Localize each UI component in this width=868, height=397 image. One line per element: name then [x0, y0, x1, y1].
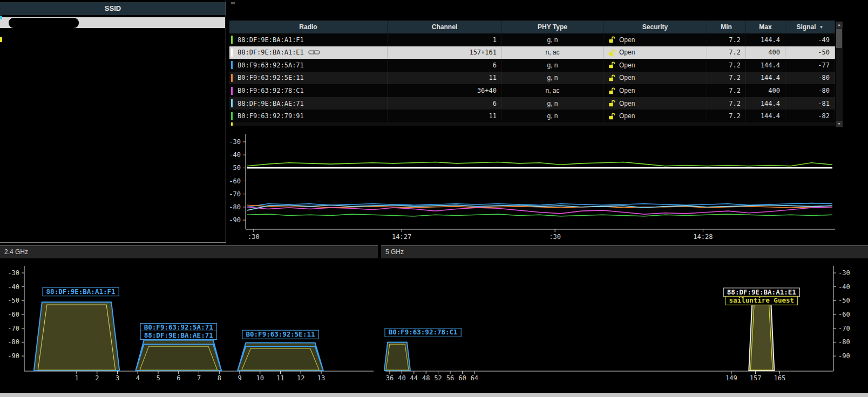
axis-label: 13: [317, 374, 325, 382]
column-header-phy-type[interactable]: PHY Type: [502, 20, 603, 33]
chart-primitive: [609, 103, 613, 106]
table-scrollbar[interactable]: ▲ ▼: [836, 22, 843, 127]
network-label-B0-F9-63-92-5E-11[interactable]: B0:F9:63:92:5E:11: [242, 330, 318, 339]
axis-label: 2: [95, 374, 99, 382]
column-label: Max: [759, 23, 771, 31]
axis-label: :30: [248, 233, 260, 241]
axis-label: 14:28: [693, 233, 713, 241]
cell-phy-type: n, ac: [502, 46, 603, 59]
cell-security: Open: [603, 72, 707, 85]
signal-time-chart[interactable]: -30-40-50-60-70-80-90:3014:27:3014:28: [229, 129, 839, 245]
series-B0-F9-63-92-79-91[interactable]: [247, 214, 832, 216]
series-B0-F9-63-92-78-C1[interactable]: [247, 207, 832, 214]
column-header-channel[interactable]: Channel: [388, 20, 502, 33]
axis-label: -50: [838, 297, 850, 304]
axis-label: 36: [386, 374, 394, 382]
series-88-DF-9E-BA-A1-F1[interactable]: [247, 162, 832, 166]
network-label-sailuntire-Guest[interactable]: sailuntire Guest: [725, 296, 798, 305]
chart-primitive: [612, 50, 615, 52]
network-shape-88-DF-9E-BA-AE-71[interactable]: [135, 344, 221, 371]
cell-phy-type-value: g, n: [547, 36, 558, 44]
cell-min: 7.2: [707, 33, 746, 46]
network-label-88-DF-9E-BA-A1-F1[interactable]: 88:DF:9E:BA:A1:F1: [43, 288, 119, 296]
column-header-security[interactable]: Security: [603, 20, 707, 33]
axis-label: -70: [838, 325, 850, 332]
cell-phy-type: g, n: [502, 97, 603, 110]
chart-primitive: [609, 91, 613, 94]
cell-phy-type: g, n: [502, 109, 603, 122]
cell-max-value: 144.4: [761, 100, 780, 107]
network-color-indicator: [231, 74, 233, 82]
cell-channel-value: 1: [493, 36, 497, 44]
spectrum-5ghz[interactable]: -30-40-50-60-70-80-903640444852566064149…: [381, 258, 868, 393]
chart-primitive: [609, 116, 613, 119]
network-color-indicator: [231, 87, 233, 95]
scroll-down-button[interactable]: ▼: [836, 121, 843, 127]
chart-primitive: [612, 75, 615, 78]
column-label: Min: [721, 23, 732, 31]
chart-primitive: [16, 23, 67, 37]
table-row[interactable]: B0:F9:63:92:5E:1111g, nOpen7.2144.4-80: [229, 72, 835, 85]
cell-phy-type-value: n, ac: [545, 87, 559, 94]
axis-label: -80: [838, 338, 850, 346]
column-header-max[interactable]: Max: [746, 20, 785, 33]
network-label-88-DF-9E-BA-A1-E1[interactable]: 88:DF:9E:BA:A1:E1: [723, 288, 799, 297]
radio-mac: 88:DF:9E:BA:A1:F1: [238, 36, 304, 44]
chart-primitive: [612, 100, 615, 103]
cell-max-value: 400: [768, 49, 780, 56]
network-color-indicator: [231, 112, 233, 120]
lock-open-icon: [608, 36, 616, 43]
axis-label: -30: [229, 138, 241, 146]
axis-label: 5: [156, 374, 160, 382]
network-label-B0-F9-63-92-78-C1[interactable]: B0:F9:63:92:78:C1: [385, 328, 461, 337]
spectrum-panel-5ghz: 5 GHz -30-40-50-60-70-80-903640444852566…: [381, 245, 868, 393]
cell-phy-type-value: n, ac: [545, 49, 559, 56]
column-label: Signal: [797, 23, 816, 31]
chart-primitive: [609, 65, 613, 68]
table-row[interactable]: 88:DF:9E:BA:AE:716g, nOpen7.2144.4-81: [229, 97, 835, 110]
table-row[interactable]: 88:DF:9E:BA:A1:F11g, nOpen7.2144.4-49: [229, 33, 835, 46]
table-row[interactable]: B0:F9:63:92:5A:716g, nOpen7.2144.4-77: [229, 59, 835, 72]
axis-label: -30: [8, 269, 19, 277]
chart-primitive: [612, 88, 615, 91]
lock-open-icon: [608, 113, 616, 120]
axis-label: 149: [725, 374, 737, 382]
scroll-up-button[interactable]: ▲: [836, 22, 843, 28]
table-row-partial[interactable]: [229, 122, 835, 126]
lock-open-icon: [608, 61, 616, 69]
cell-max-value: 400: [768, 87, 780, 94]
chart-primitive: [609, 78, 613, 81]
axis-label: -30: [838, 269, 850, 277]
lock-open-icon: [608, 87, 616, 94]
cell-max-value: 144.4: [761, 74, 780, 81]
cell-min-value: 7.2: [729, 112, 741, 120]
column-header-signal[interactable]: Signal▼: [785, 20, 835, 33]
network-shape-B0-F9-63-92-79-91[interactable]: [238, 346, 323, 371]
radio-mac: B0:F9:63:92:5E:11: [238, 74, 304, 81]
column-header-radio[interactable]: Radio: [229, 20, 388, 33]
axis-label: -80: [229, 203, 241, 211]
cell-min-value: 7.2: [729, 100, 741, 107]
network-label-88-DF-9E-BA-AE-71[interactable]: 88:DF:9E:BA:AE:71: [140, 331, 216, 340]
table-row[interactable]: 88:DF:9E:BA:A1:E1157+161n, acOpen7.2400-…: [229, 46, 835, 59]
cell-channel-value: 157+161: [469, 49, 497, 56]
chart-primitive: [612, 37, 615, 40]
axis-label: 60: [458, 374, 466, 382]
axis-label: 10: [256, 374, 264, 382]
cell-signal: -81: [785, 97, 835, 110]
cell-phy-type-value: g, n: [547, 100, 558, 107]
link-icon: [308, 50, 320, 55]
axis-label: 64: [471, 374, 478, 382]
table-row[interactable]: B0:F9:63:92:78:C136+40n, acOpen7.2400-80: [229, 84, 835, 97]
spectrum-panel-2-4ghz: 2.4 GHz -30-40-50-60-70-80-9012345678910…: [0, 245, 378, 393]
axis-label: 88:DF:9E:BA:A1:F1: [46, 288, 116, 296]
table-row[interactable]: B0:F9:63:92:79:9111g, nOpen7.2144.4-82: [229, 109, 835, 122]
spectrum-2-4ghz[interactable]: -30-40-50-60-70-80-901234567891011121388…: [0, 258, 378, 393]
network-shape-88-DF-9E-BA-A1-F1[interactable]: [34, 302, 120, 371]
column-header-min[interactable]: Min: [707, 20, 746, 33]
cell-channel: 11: [388, 72, 502, 85]
network-color-indicator: [231, 49, 233, 57]
ssid-color-indicator-yellow: [0, 37, 2, 42]
radio-mac: B0:F9:63:92:79:91: [238, 112, 304, 120]
scrollbar-thumb[interactable]: [836, 29, 842, 48]
